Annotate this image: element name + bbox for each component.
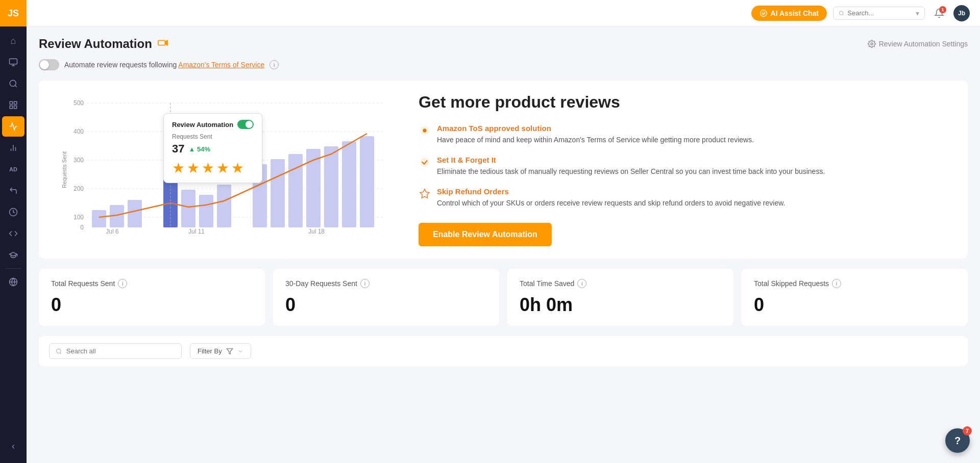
stat-header-3: Total Skipped Requests i: [754, 279, 955, 288]
feature-icon-1: [419, 156, 431, 168]
svg-text:500: 500: [74, 99, 84, 107]
feature-list: Amazon ToS approved solution Have peace …: [419, 124, 955, 209]
topbar-search-input[interactable]: [847, 9, 913, 17]
svg-rect-41: [360, 136, 374, 227]
app-logo[interactable]: JS: [0, 0, 27, 27]
stat-value-1: 0: [285, 294, 487, 316]
sidebar-item-returns[interactable]: [2, 181, 24, 201]
filter-icon: [226, 348, 233, 355]
search-icon: [839, 10, 844, 17]
feature-icon-2: [419, 188, 431, 200]
ai-assist-button[interactable]: AI Assist Chat: [751, 6, 827, 21]
sidebar-collapse[interactable]: [2, 436, 24, 457]
filter-button[interactable]: Filter By: [190, 343, 251, 359]
search-box[interactable]: [49, 343, 182, 359]
svg-rect-28: [92, 210, 106, 227]
notifications-button[interactable]: 1: [931, 5, 947, 21]
search-icon: [56, 348, 62, 355]
promo-heading: Get more product reviews: [419, 93, 955, 112]
tos-link[interactable]: Amazon's Terms of Service: [178, 61, 264, 69]
search-filter-row: Filter By: [39, 336, 968, 366]
feature-desc-1: Eliminate the tedious task of manually r…: [437, 166, 825, 177]
stat-label-1: 30-Day Requests Sent: [285, 279, 357, 288]
svg-point-47: [423, 128, 426, 132]
stat-header-1: 30-Day Requests Sent i: [285, 279, 487, 288]
feature-item-0: Amazon ToS approved solution Have peace …: [419, 124, 955, 145]
sidebar-item-home[interactable]: ⌂: [2, 31, 24, 51]
svg-marker-51: [227, 348, 233, 354]
sidebar-item-advertising[interactable]: [2, 116, 24, 137]
star-4: ★: [216, 160, 229, 176]
notification-badge: 1: [939, 6, 946, 13]
svg-text:400: 400: [74, 128, 84, 135]
sidebar-item-analytics[interactable]: [2, 138, 24, 158]
feature-item-1: Set It & Forget It Eliminate the tedious…: [419, 156, 955, 177]
toggle-label: Automate review requests following Amazo…: [64, 61, 264, 69]
sidebar-item-training[interactable]: [2, 245, 24, 265]
toggle-row: Automate review requests following Amazo…: [39, 59, 968, 70]
stat-card-1: 30-Day Requests Sent i 0: [273, 269, 499, 326]
stat-info-icon-0[interactable]: i: [118, 279, 127, 288]
sidebar: JS ⌂ AD: [0, 0, 27, 463]
sidebar-item-ad[interactable]: AD: [2, 159, 24, 179]
tooltip-change: ▲ 54%: [188, 145, 210, 153]
ai-assist-label: AI Assist Chat: [771, 9, 819, 17]
stat-info-icon-1[interactable]: i: [360, 279, 370, 288]
svg-rect-37: [288, 154, 303, 227]
feature-item-2: Skip Refund Orders Control which of your…: [419, 187, 955, 209]
svg-text:Jul 11: Jul 11: [188, 228, 205, 235]
topbar-search-box[interactable]: ▾: [833, 7, 925, 20]
feature-content-0: Amazon ToS approved solution Have peace …: [437, 124, 754, 145]
svg-point-12: [760, 10, 767, 16]
tooltip-toggle: [237, 120, 254, 129]
help-badge: 7: [963, 426, 972, 435]
enable-review-automation-button[interactable]: Enable Review Automation: [419, 223, 552, 246]
settings-link-label: Review Automation Settings: [879, 40, 968, 48]
help-icon: ?: [954, 435, 961, 447]
settings-link[interactable]: Review Automation Settings: [868, 40, 968, 48]
chevron-down-icon: ▾: [916, 9, 919, 17]
sidebar-divider: [5, 268, 21, 269]
svg-point-13: [839, 11, 843, 15]
filter-label: Filter By: [198, 347, 222, 355]
search-input[interactable]: [66, 347, 175, 355]
svg-text:200: 200: [74, 185, 84, 192]
sidebar-item-search[interactable]: [2, 73, 24, 94]
page-header: Review Automation Review Automation Sett…: [39, 37, 968, 51]
stat-header-2: Total Time Saved i: [520, 279, 721, 288]
topbar: AI Assist Chat ▾ 1 Jb: [27, 0, 980, 27]
svg-marker-49: [420, 189, 429, 198]
stats-row: Total Requests Sent i 0 30-Day Requests …: [39, 269, 968, 326]
sidebar-item-developer[interactable]: [2, 223, 24, 244]
help-button[interactable]: ? 7: [945, 428, 970, 453]
toggle-info-icon[interactable]: i: [270, 60, 279, 69]
page-content: Review Automation Review Automation Sett…: [27, 27, 980, 463]
svg-rect-39: [324, 146, 338, 227]
svg-text:Jul 18: Jul 18: [308, 228, 325, 235]
sidebar-item-finance[interactable]: [2, 202, 24, 222]
svg-text:100: 100: [74, 214, 84, 221]
svg-text:Jul 6: Jul 6: [106, 228, 119, 235]
svg-point-48: [420, 158, 429, 167]
stat-info-icon-3[interactable]: i: [832, 279, 841, 288]
video-icon[interactable]: [157, 37, 168, 51]
star-rating: ★ ★ ★ ★ ★: [172, 160, 254, 176]
feature-title-1: Set It & Forget It: [437, 156, 825, 164]
sidebar-item-products[interactable]: [2, 52, 24, 72]
sidebar-item-more[interactable]: [2, 272, 24, 292]
star-3: ★: [202, 160, 214, 176]
svg-rect-30: [128, 200, 142, 227]
avatar[interactable]: Jb: [953, 5, 970, 21]
svg-rect-34: [217, 185, 231, 227]
stat-label-0: Total Requests Sent: [51, 279, 115, 288]
feature-content-1: Set It & Forget It Eliminate the tedious…: [437, 156, 825, 177]
automate-toggle[interactable]: [39, 59, 59, 70]
feature-desc-2: Control which of your SKUs or orders rec…: [437, 198, 785, 209]
tooltip-number: 37: [172, 142, 184, 156]
stat-info-icon-2[interactable]: i: [577, 279, 586, 288]
sidebar-item-dashboard[interactable]: [2, 95, 24, 115]
tooltip-metric: Requests Sent: [172, 133, 254, 140]
stat-card-0: Total Requests Sent i 0: [39, 269, 265, 326]
tooltip-toggle-knob: [246, 121, 253, 128]
feature-desc-0: Have peace of mind and keep within Amazo…: [437, 135, 754, 145]
